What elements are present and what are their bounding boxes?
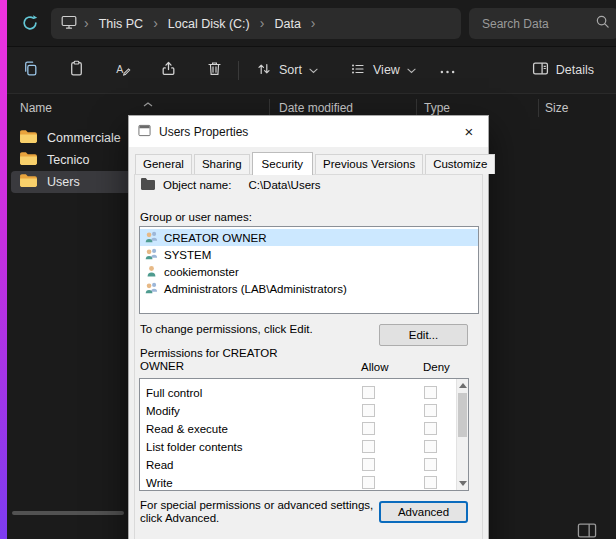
refresh-icon	[21, 14, 39, 35]
vertical-scrollbar[interactable]	[456, 379, 468, 490]
permission-name: Full control	[146, 387, 202, 399]
folder-icon	[19, 151, 38, 169]
object-name-label: Object name:	[163, 179, 231, 191]
scroll-up-arrow-icon[interactable]	[459, 383, 467, 388]
group-names-listbox: CREATOR OWNER SYSTEM cookiemonster	[139, 226, 479, 314]
deny-checkbox[interactable]	[424, 404, 437, 417]
column-header-size[interactable]: Size	[545, 101, 568, 115]
tab-customize[interactable]: Customize	[425, 154, 495, 174]
copy-button[interactable]	[11, 55, 49, 85]
allow-checkbox[interactable]	[362, 476, 375, 489]
delete-button[interactable]	[195, 55, 233, 85]
permission-name: Write	[146, 477, 173, 489]
scrollbar-thumb[interactable]	[458, 393, 467, 437]
svg-text:A: A	[116, 63, 124, 75]
more-options-button[interactable]	[431, 55, 463, 85]
address-bar[interactable]: › This PC › Local Disk (C:) › Data ›	[51, 8, 461, 39]
tab-general[interactable]: General	[135, 154, 192, 174]
permission-row-full-control: Full control	[140, 384, 468, 402]
allow-checkbox[interactable]	[362, 386, 375, 399]
folder-icon	[19, 129, 38, 147]
group-item-creator-owner[interactable]: CREATOR OWNER	[140, 229, 478, 246]
details-label: Details	[556, 63, 594, 77]
refresh-button[interactable]	[17, 11, 43, 37]
search-box	[469, 8, 616, 39]
view-label: View	[373, 63, 400, 77]
tab-previous-versions[interactable]: Previous Versions	[315, 154, 423, 174]
deny-checkbox[interactable]	[424, 458, 437, 471]
folder-dark-icon	[140, 177, 156, 193]
deny-checkbox[interactable]	[424, 422, 437, 435]
deny-checkbox[interactable]	[424, 440, 437, 453]
tab-strip: General Sharing Security Previous Versio…	[135, 153, 497, 175]
deny-checkbox[interactable]	[424, 476, 437, 489]
group-item-administrators[interactable]: Administrators (LAB\Administrators)	[140, 280, 478, 297]
user-group-icon	[144, 247, 159, 263]
rename-button[interactable]: A	[103, 55, 141, 85]
permission-name: List folder contents	[146, 441, 243, 453]
view-list-icon	[350, 61, 366, 80]
share-button[interactable]	[149, 55, 187, 85]
statusbar-view-toggle-icon[interactable]	[577, 523, 597, 539]
user-group-icon	[144, 230, 159, 246]
horizontal-scrollbar[interactable]	[12, 511, 124, 515]
explorer-toolbar: A Sort View	[7, 47, 616, 94]
edit-button[interactable]: Edit...	[379, 324, 468, 346]
file-name: Commerciale	[47, 131, 121, 145]
breadcrumb-chevron-icon: ›	[311, 16, 316, 30]
group-item-cookiemonster[interactable]: cookiemonster	[140, 263, 478, 280]
ellipsis-icon	[440, 63, 455, 77]
users-properties-dialog: Users Properties × General Sharing Secur…	[128, 115, 489, 539]
details-button[interactable]: Details	[522, 55, 604, 85]
breadcrumb-local-disk-c[interactable]: Local Disk (C:)	[165, 15, 253, 33]
permission-row-modify: Modify	[140, 402, 468, 420]
explorer-navbar: › This PC › Local Disk (C:) › Data ›	[7, 0, 616, 47]
scroll-down-arrow-icon[interactable]	[459, 481, 467, 486]
user-group-icon	[144, 281, 159, 297]
sort-button[interactable]: Sort	[247, 55, 327, 85]
toolbar-separator	[238, 61, 239, 80]
security-tab-content: Object name: C:\Data\Users Group or user…	[129, 116, 488, 539]
allow-checkbox[interactable]	[362, 458, 375, 471]
chevron-down-icon	[309, 63, 318, 77]
allow-checkbox[interactable]	[362, 440, 375, 453]
permission-name: Read	[146, 459, 174, 471]
column-header-name[interactable]: Name	[20, 101, 52, 115]
group-item-system[interactable]: SYSTEM	[140, 246, 478, 263]
permissions-for-label: Permissions for CREATOR OWNER	[140, 347, 290, 372]
permission-row-list-folder-contents: List folder contents	[140, 438, 468, 456]
tab-security[interactable]: Security	[252, 152, 314, 175]
this-pc-icon	[61, 14, 77, 33]
breadcrumb-this-pc[interactable]: This PC	[96, 15, 146, 33]
group-name: SYSTEM	[164, 249, 211, 261]
group-name: CREATOR OWNER	[164, 232, 266, 244]
view-button[interactable]: View	[341, 55, 425, 85]
paste-button[interactable]	[57, 55, 95, 85]
breadcrumb-chevron-icon: ›	[260, 16, 265, 30]
column-header-type[interactable]: Type	[424, 101, 450, 115]
sort-arrows-icon	[256, 61, 272, 80]
permission-row-read: Read	[140, 456, 468, 474]
permissions-listbox: Full control Modify Read & execute List …	[139, 378, 469, 491]
group-names-label: Group or user names:	[140, 211, 252, 223]
sort-ascending-icon	[143, 96, 153, 110]
deny-checkbox[interactable]	[424, 386, 437, 399]
user-icon	[144, 264, 159, 280]
search-input[interactable]	[482, 17, 595, 31]
column-separator[interactable]	[538, 99, 539, 117]
breadcrumb-data[interactable]: Data	[271, 15, 303, 33]
allow-column-header: Allow	[361, 361, 388, 373]
allow-checkbox[interactable]	[362, 422, 375, 435]
clipboard-icon	[68, 60, 85, 80]
tab-sharing[interactable]: Sharing	[194, 154, 250, 174]
group-name: cookiemonster	[164, 266, 239, 278]
column-header-date-modified[interactable]: Date modified	[279, 101, 353, 115]
advanced-button[interactable]: Advanced	[379, 501, 468, 523]
allow-checkbox[interactable]	[362, 404, 375, 417]
copy-icon	[22, 60, 39, 80]
sort-label: Sort	[279, 63, 302, 77]
share-icon	[160, 60, 177, 80]
file-name: Users	[47, 175, 80, 189]
desktop-edge-accent	[0, 0, 7, 539]
rename-icon: A	[114, 60, 131, 80]
